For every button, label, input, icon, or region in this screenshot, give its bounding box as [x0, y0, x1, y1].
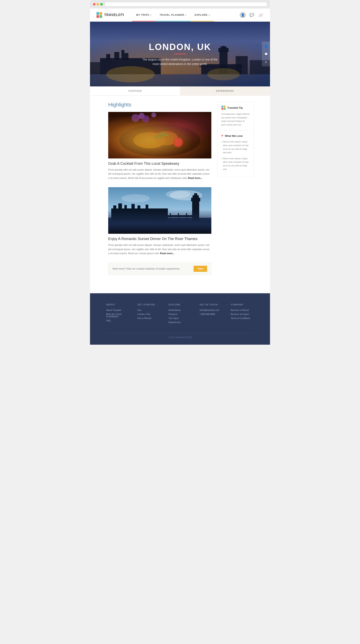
- footer-link-destinations[interactable]: Destinations: [168, 309, 192, 311]
- chevron-icon-my-trips: ▾: [150, 14, 151, 16]
- svg-rect-47: [194, 193, 197, 196]
- footer-link-phone[interactable]: 1.888.888.8888: [200, 313, 223, 315]
- svg-point-29: [142, 115, 149, 123]
- logo-icon: [96, 12, 102, 18]
- highlight-title-2: Enjoy A Romantic Sunset Dinner On The Ri…: [108, 237, 211, 241]
- hero-section: LONDON, UK The largest city in the Unite…: [90, 22, 270, 86]
- nav-label-explore: EXPLORE: [195, 14, 208, 16]
- svg-rect-51: [178, 213, 179, 218]
- svg-rect-58: [221, 106, 223, 108]
- love-item-2: Nemo enim ipsam volupt atem quia volupta…: [221, 157, 250, 171]
- nav-item-explore[interactable]: EXPLORE ▾: [191, 8, 214, 22]
- logo[interactable]: TRAVELOTI: [96, 12, 124, 18]
- love-item-1: Nemo enim ipsam volupt atem quia volupta…: [221, 140, 250, 154]
- dot-red[interactable]: [93, 3, 95, 6]
- svg-rect-37: [111, 208, 168, 222]
- footer-column-company: COMPANY Become a Planner Become an Exper…: [231, 304, 254, 325]
- svg-rect-8: [121, 50, 124, 60]
- user-side-icon[interactable]: 👤: [264, 44, 268, 48]
- footer-link-join[interactable]: Join: [137, 309, 160, 311]
- highlight-text-1: Proin gravida nibh vel velit auctor aliq…: [108, 168, 211, 180]
- chevron-icon-explore: ▾: [209, 14, 210, 16]
- svg-rect-9: [124, 53, 128, 60]
- svg-point-28: [139, 113, 145, 119]
- svg-rect-39: [118, 204, 122, 210]
- footer-link-trip-types[interactable]: Trip Types: [168, 317, 192, 319]
- footer-heading-explore: EXPLORE: [168, 304, 192, 306]
- address-bar[interactable]: [105, 2, 267, 6]
- svg-rect-49: [162, 214, 163, 218]
- footer-column-about: ABOUT About Traveloti Meet the Travel PL…: [106, 304, 129, 325]
- love-header: ♥ What We Love: [221, 134, 250, 138]
- tab-overview[interactable]: OVERVIEW: [90, 86, 180, 95]
- hero-content: LONDON, UK The largest city in the Unite…: [140, 42, 220, 66]
- highlight-item-2: Enjoy A Romantic Sunset Dinner On The Ri…: [108, 187, 211, 256]
- footer-link-about-traveloti[interactable]: About Traveloti: [106, 309, 129, 311]
- footer-link-become-expert[interactable]: Become an Expert: [231, 313, 254, 315]
- footer-link-faq[interactable]: FAQ: [106, 319, 129, 322]
- chart-icon[interactable]: 📈: [258, 12, 264, 18]
- svg-rect-7: [114, 52, 119, 60]
- tabs-bar: OVERVIEW EXPERIENCES: [90, 86, 270, 96]
- hero-subtitle: The largest city in the United Kingdom, …: [140, 57, 220, 66]
- footer-heading-about: ABOUT: [106, 304, 129, 306]
- chevron-icon-travel-planner: ▾: [185, 14, 186, 16]
- trend-side-icon[interactable]: ∧: [264, 60, 268, 64]
- chat-side-icon[interactable]: 💬: [264, 52, 268, 56]
- copyright: © 2013 TRAVELOTI.COM: [168, 336, 192, 338]
- footer-link-terms[interactable]: Terms & Conditions: [231, 317, 254, 319]
- main-content: Highlights: [90, 96, 270, 281]
- svg-rect-43: [146, 204, 148, 210]
- footer-link-hire-planner[interactable]: Hire a Planner: [137, 317, 160, 319]
- hero-divider: [174, 54, 186, 54]
- heart-icon: ♥: [221, 134, 223, 138]
- svg-rect-38: [113, 206, 116, 210]
- svg-rect-54: [115, 222, 156, 222]
- cta-view-button[interactable]: View: [194, 266, 207, 272]
- dot-green[interactable]: [100, 3, 103, 6]
- footer-link-passions[interactable]: Passions: [168, 313, 192, 315]
- footer-heading-company: COMPANY: [231, 304, 254, 306]
- footer: ABOUT About Traveloti Meet the Travel PL…: [90, 293, 270, 345]
- svg-point-36: [121, 194, 150, 202]
- svg-rect-61: [224, 108, 226, 110]
- nav-item-my-trips[interactable]: MY TRIPS ▾: [132, 8, 155, 22]
- cta-bar: Want more? View our curated collection o…: [108, 262, 211, 275]
- svg-rect-50: [170, 213, 171, 218]
- hero-right-icons: 👤 💬 ∧: [262, 42, 270, 66]
- svg-rect-2: [96, 15, 99, 18]
- user-avatar-icon[interactable]: 👤: [240, 12, 246, 18]
- footer-link-meet-planners[interactable]: Meet the Travel PLANNERS: [106, 313, 129, 318]
- footer-column-contact: GET IN TOUCH hello@traveloti.com 1.888.8…: [200, 304, 223, 325]
- highlights-title: Highlights: [108, 102, 211, 108]
- content-left: Highlights: [108, 102, 211, 275]
- svg-rect-13: [223, 46, 225, 48]
- chat-icon[interactable]: 💬: [249, 12, 255, 18]
- nav-label-travel-planner: TRAVEL PLANNER: [160, 14, 184, 16]
- browser-chrome: [90, 0, 270, 8]
- dot-yellow[interactable]: [97, 3, 99, 6]
- footer-bottom: © 2013 TRAVELOTI.COM: [106, 333, 254, 338]
- love-section: ♥ What We Love Nemo enim ipsam volupt at…: [221, 130, 250, 171]
- footer-link-experiences[interactable]: Experiences: [168, 321, 192, 324]
- svg-rect-3: [99, 15, 102, 18]
- highlight-title-1: Grab A Cocktail From This Local Speakeas…: [108, 162, 211, 166]
- svg-rect-48: [162, 215, 198, 217]
- read-more-1[interactable]: Read more...: [188, 177, 202, 180]
- tab-experiences[interactable]: EXPERIENCES: [180, 86, 270, 95]
- read-more-2[interactable]: Read more...: [160, 252, 175, 255]
- svg-rect-40: [124, 205, 127, 210]
- tip-header: Traveloti Tip: [221, 106, 250, 110]
- svg-point-32: [159, 132, 169, 136]
- highlight-text-2: Proin gravida nibh vel velit auctor aliq…: [108, 243, 211, 256]
- footer-link-become-planner[interactable]: Become a Planner: [231, 309, 254, 311]
- nav-item-travel-planner[interactable]: TRAVEL PLANNER ▾: [156, 8, 191, 22]
- footer-link-create-trip[interactable]: Create a Trip: [137, 313, 160, 315]
- hero-title: LONDON, UK: [140, 42, 220, 52]
- nav-items: MY TRIPS ▾ TRAVEL PLANNER ▾ EXPLORE ▾: [132, 8, 214, 22]
- footer-link-email[interactable]: hello@traveloti.com: [200, 309, 223, 311]
- svg-point-19: [106, 66, 155, 82]
- svg-rect-42: [137, 206, 140, 210]
- svg-rect-53: [108, 220, 211, 234]
- svg-rect-6: [106, 54, 110, 60]
